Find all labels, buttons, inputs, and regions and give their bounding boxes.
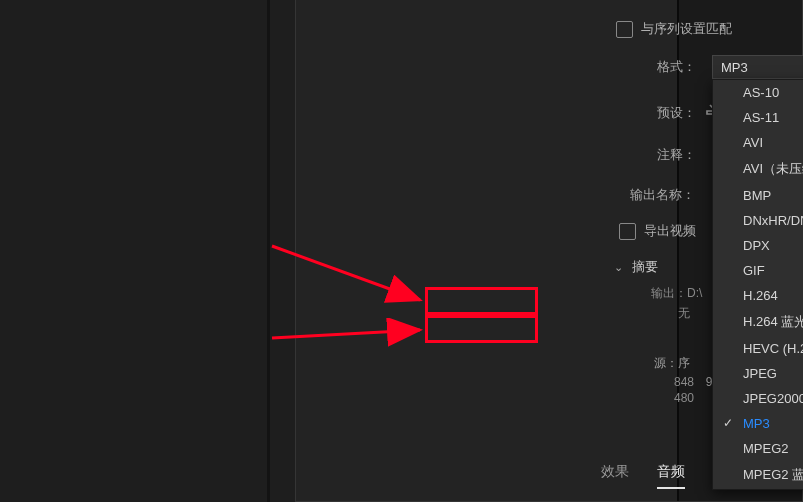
source-text: 源：序 [654, 355, 690, 372]
dropdown-item-as10[interactable]: AS-10 [713, 80, 803, 105]
source-width: 848 [674, 375, 694, 389]
dropdown-item-jpeg[interactable]: JPEG [713, 361, 803, 386]
summary-label: 摘要 [632, 258, 658, 276]
panel-divider [267, 0, 270, 502]
preset-label: 预设： [656, 104, 696, 122]
preset-row: 预设： [656, 104, 696, 122]
format-row: 格式： [656, 58, 696, 76]
match-sequence-label: 与序列设置匹配 [641, 20, 732, 38]
export-settings-panel: 与序列设置匹配 格式： MP3 ▾ 预设： 注释： 输出名称： 导出视频 ⌄ 摘… [295, 0, 803, 502]
comment-row: 注释： [656, 146, 696, 164]
dropdown-item-dpx[interactable]: DPX [713, 233, 803, 258]
output-path-text: 输出：D:\ [651, 285, 702, 302]
dropdown-item-dnxhr[interactable]: DNxHR/DNxHD MXF OP1a [713, 208, 803, 233]
match-sequence-row[interactable]: 与序列设置匹配 [616, 20, 732, 38]
output-name-label: 输出名称： [630, 186, 695, 204]
tab-effects[interactable]: 效果 [601, 463, 629, 489]
check-icon: ✓ [723, 416, 733, 430]
format-dropdown-list: AS-10 AS-11 AVI AVI（未压缩） BMP DNxHR/DNxHD… [712, 79, 803, 490]
comment-label: 注释： [656, 146, 696, 164]
dropdown-item-avi-uncompressed[interactable]: AVI（未压缩） [713, 155, 803, 183]
dropdown-item-avi[interactable]: AVI [713, 130, 803, 155]
format-label: 格式： [656, 58, 696, 76]
dropdown-item-gif[interactable]: GIF [713, 258, 803, 283]
output-name-row: 输出名称： [630, 186, 695, 204]
export-video-row[interactable]: 导出视频 [619, 222, 696, 240]
export-video-checkbox[interactable] [619, 223, 636, 240]
source-height: 480 [674, 391, 694, 405]
dropdown-item-h264-bluray[interactable]: H.264 蓝光 [713, 308, 803, 336]
bottom-tabs: 效果 音频 [601, 463, 685, 489]
format-dropdown-value: MP3 [721, 60, 748, 75]
match-sequence-checkbox[interactable] [616, 21, 633, 38]
output-sub-text: 无 [678, 305, 690, 322]
export-video-label: 导出视频 [644, 222, 696, 240]
dropdown-item-bmp[interactable]: BMP [713, 183, 803, 208]
dropdown-item-as11[interactable]: AS-11 [713, 105, 803, 130]
dropdown-item-mpeg2[interactable]: MPEG2 [713, 436, 803, 461]
summary-toggle[interactable]: ⌄ 摘要 [614, 258, 658, 276]
tab-audio[interactable]: 音频 [657, 463, 685, 489]
dropdown-item-mp3[interactable]: ✓MP3 [713, 411, 803, 436]
dropdown-item-h264[interactable]: H.264 [713, 283, 803, 308]
dropdown-item-mpeg2-bluray[interactable]: MPEG2 蓝光 [713, 461, 803, 489]
dropdown-item-hevc[interactable]: HEVC (H.265) [713, 336, 803, 361]
dropdown-item-jpeg2000[interactable]: JPEG2000 MXF OP1a [713, 386, 803, 411]
format-dropdown[interactable]: MP3 ▾ [712, 55, 803, 79]
chevron-down-icon: ⌄ [614, 261, 623, 274]
